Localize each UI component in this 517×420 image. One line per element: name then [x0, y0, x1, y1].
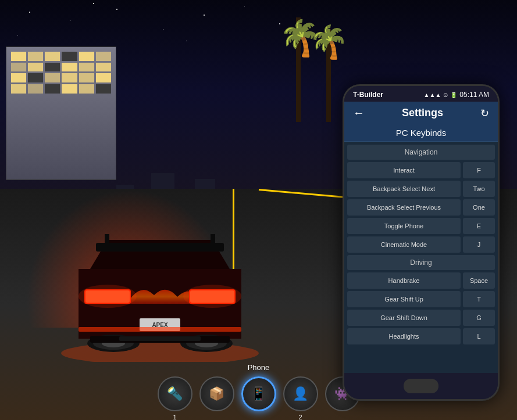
keybind-key-backpack-next[interactable]: Two: [463, 181, 495, 197]
keybind-key-headlights[interactable]: L: [463, 328, 495, 344]
header-title: Settings: [402, 107, 443, 119]
hud-item-3-phone[interactable]: 📱: [241, 376, 276, 411]
keybind-row-backpack-next: Backpack Select Next Two: [347, 181, 495, 197]
phone-icon: 📱: [251, 386, 266, 401]
wifi-icon: ⊙: [443, 92, 448, 98]
keybind-action-interact[interactable]: Interact: [347, 162, 461, 178]
hud-item-2[interactable]: 📦: [199, 376, 234, 411]
svg-rect-22: [79, 327, 241, 332]
keybind-action-toggle-phone[interactable]: Toggle Phone: [347, 218, 461, 234]
keybind-action-gear-down[interactable]: Gear Shift Down: [347, 310, 461, 326]
keybind-key-interact[interactable]: F: [463, 162, 495, 178]
keybind-key-gear-up[interactable]: T: [463, 291, 495, 307]
keybind-row-handbrake: Handbrake Space: [347, 272, 495, 289]
status-icons: ▲▲▲ ⊙ 🔋 05:11 AM: [424, 91, 489, 99]
back-button[interactable]: ←: [353, 106, 365, 120]
keybind-row-gear-down: Gear Shift Down G: [347, 310, 495, 326]
flashlight-icon: 🔦: [167, 386, 183, 401]
svg-rect-5: [211, 234, 215, 246]
phone-container: T-Builder ▲▲▲ ⊙ 🔋 05:11 AM ← Settings ↻ …: [343, 84, 500, 401]
keybind-action-gear-up[interactable]: Gear Shift Up: [347, 291, 461, 307]
battery-icon: 🔋: [450, 92, 457, 98]
keybind-row-toggle-phone: Toggle Phone E: [347, 218, 495, 234]
svg-point-20: [79, 285, 137, 308]
phone-header: ← Settings ↻: [344, 102, 498, 124]
keybind-key-backpack-prev[interactable]: One: [463, 199, 495, 216]
keybind-row-headlights: Headlights L: [347, 328, 495, 344]
keybind-action-handbrake[interactable]: Handbrake: [347, 272, 461, 289]
hud-item-4-number: 2: [298, 414, 302, 420]
section-driving-header: Driving: [347, 255, 495, 270]
keybind-key-cinematic[interactable]: J: [463, 236, 495, 253]
package-icon: 📦: [209, 386, 224, 401]
status-app-name: T-Builder: [353, 91, 383, 99]
refresh-button[interactable]: ↻: [480, 107, 489, 120]
palm-trees: 🌴 🌴: [296, 17, 331, 124]
svg-rect-4: [105, 234, 109, 246]
phone-bottom-bar: [344, 373, 498, 399]
hud-item-1[interactable]: 🔦 1: [158, 376, 192, 411]
keybind-row-cinematic: Cinematic Mode J: [347, 236, 495, 253]
svg-rect-3: [96, 243, 224, 252]
car-area: APEX: [17, 188, 302, 362]
active-item-label: Phone: [248, 363, 270, 372]
person-icon: 👤: [293, 386, 308, 401]
keybind-row-gear-up: Gear Shift Up T: [347, 291, 495, 307]
home-button[interactable]: [404, 379, 438, 393]
phone-subtitle: PC Keybinds: [344, 124, 498, 142]
keybind-row-interact: Interact F: [347, 162, 495, 178]
svg-point-21: [183, 285, 241, 308]
keybind-action-cinematic[interactable]: Cinematic Mode: [347, 236, 461, 253]
hud-item-1-number: 1: [173, 414, 176, 420]
keybind-row-backpack-prev: Backpack Select Previous One: [347, 199, 495, 216]
keybind-action-backpack-next[interactable]: Backpack Select Next: [347, 181, 461, 197]
status-bar: T-Builder ▲▲▲ ⊙ 🔋 05:11 AM: [344, 86, 498, 102]
status-time: 05:11 AM: [459, 91, 489, 99]
section-navigation-header: Navigation: [347, 145, 495, 160]
keybind-action-headlights[interactable]: Headlights: [347, 328, 461, 344]
hud-item-4[interactable]: 👤 2: [283, 376, 318, 411]
keybind-action-backpack-prev[interactable]: Backpack Select Previous: [347, 199, 461, 216]
keybind-key-gear-down[interactable]: G: [463, 310, 495, 326]
phone-content[interactable]: Navigation Interact F Backpack Select Ne…: [344, 142, 498, 373]
svg-rect-19: [119, 336, 201, 341]
keybind-key-toggle-phone[interactable]: E: [463, 218, 495, 234]
keybind-key-handbrake[interactable]: Space: [463, 272, 495, 289]
hud-items-row: 🔦 1 📦 📱 👤 2 👾: [158, 376, 360, 411]
signal-icon: ▲▲▲: [424, 92, 441, 98]
buildings-left: [0, 46, 128, 186]
